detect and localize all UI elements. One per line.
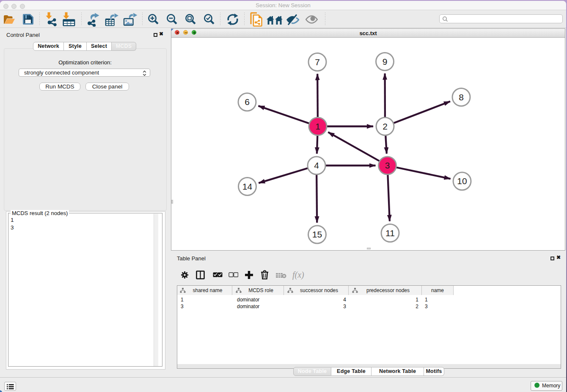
svg-text:9: 9 xyxy=(383,56,388,66)
svg-text:7: 7 xyxy=(315,57,320,66)
svg-text:14: 14 xyxy=(242,181,253,191)
svg-text:11: 11 xyxy=(385,228,395,237)
svg-text:2: 2 xyxy=(383,121,388,131)
svg-text:3: 3 xyxy=(385,160,390,170)
svg-text:6: 6 xyxy=(245,97,250,107)
svg-text:4: 4 xyxy=(314,160,319,170)
svg-text:8: 8 xyxy=(459,92,464,102)
svg-text:15: 15 xyxy=(312,229,322,239)
svg-text:10: 10 xyxy=(457,176,467,186)
svg-text:1: 1 xyxy=(315,121,320,131)
